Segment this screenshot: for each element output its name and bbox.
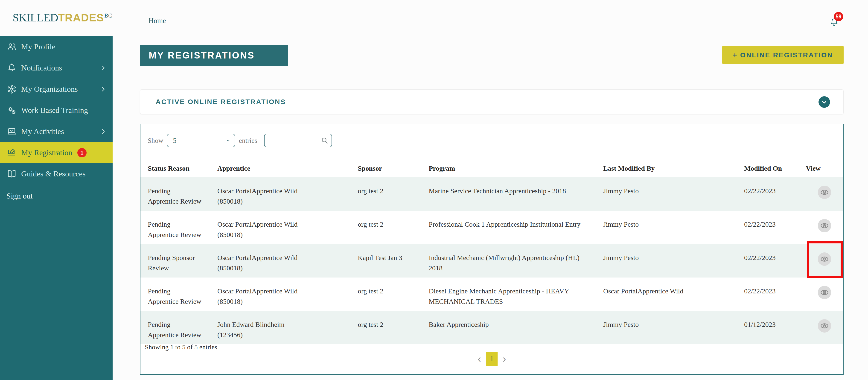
chevron-right-icon [100, 128, 106, 135]
table-row: Pending Apprentice ReviewJohn Edward Bli… [141, 311, 843, 344]
table-row: Pending Sponsor ReviewOscar PortalAppren… [141, 244, 843, 277]
table-controls: Show 5 entries [148, 134, 257, 147]
eye-icon [820, 321, 829, 331]
select-chevron-icon [225, 138, 231, 143]
sidebar-item-label: My Activities [21, 127, 64, 136]
table-row: Pending Apprentice ReviewOscar PortalApp… [141, 211, 843, 244]
column-header-sponsor[interactable]: Sponsor [358, 159, 429, 177]
entries-label: entries [239, 137, 257, 144]
eye-icon [820, 187, 829, 197]
pagination: ‹ 1 › [476, 352, 507, 366]
sidebar-item-label: My Registration [21, 148, 72, 157]
chevron-right-icon [100, 86, 106, 93]
sidebar-item-notifications[interactable]: Notifications [0, 57, 113, 79]
column-header-view[interactable]: View [806, 159, 843, 177]
program-cell: Marine Service Technician Apprenticeship… [429, 186, 594, 196]
program-cell: Diesel Engine Mechanic Apprenticeship - … [429, 286, 594, 306]
modified-on-cell: 02/22/2023 [744, 186, 802, 196]
column-header-last-modified-by[interactable]: Last Modified By [603, 159, 744, 177]
eye-icon [820, 288, 829, 297]
my-registrations-page: SKILLEDTRADESBC Home 59 My ProfileNotifi… [0, 0, 868, 380]
notification-count-badge: 59 [834, 12, 843, 21]
sidebar-item-label: My Organizations [21, 85, 78, 93]
sidebar-divider [0, 185, 113, 185]
previous-page-button[interactable]: ‹ [476, 352, 482, 366]
breadcrumb-home[interactable]: Home [149, 17, 166, 25]
column-header-apprentice[interactable]: Apprentice [217, 159, 358, 177]
page-1-button[interactable]: 1 [486, 352, 498, 366]
status-reason-cell: Pending Apprentice Review [148, 219, 202, 240]
profile-icon [6, 41, 17, 52]
view-button[interactable] [818, 219, 831, 232]
registration-icon [6, 147, 17, 158]
table-row: Pending Apprentice ReviewOscar PortalApp… [141, 177, 843, 211]
last-modified-by-cell: Jimmy Pesto [603, 253, 737, 263]
guides-icon [6, 169, 17, 179]
sidebar-item-label: Notifications [21, 64, 62, 72]
apprentice-cell: Oscar PortalApprentice Wild (850018) [217, 219, 307, 240]
sponsor-cell: org test 2 [358, 186, 425, 196]
sponsor-cell: org test 2 [358, 219, 425, 229]
logo-text-trades: TRADES [58, 11, 104, 24]
accordion-collapse-button[interactable] [818, 96, 830, 108]
view-button[interactable] [818, 253, 831, 266]
apprentice-cell: John Edward Blindheim (123456) [217, 319, 307, 340]
registration-count-badge: 1 [78, 148, 87, 157]
view-button[interactable] [818, 286, 831, 299]
sidebar-item-my-activities[interactable]: My Activities [0, 121, 113, 142]
table-body: Pending Apprentice ReviewOscar PortalApp… [141, 177, 843, 344]
apprentice-cell: Oscar PortalApprentice Wild (850018) [217, 286, 307, 306]
sidebar-item-guides-resources[interactable]: Guides & Resources [0, 163, 113, 184]
online-registration-button[interactable]: + ONLINE REGISTRATION [722, 46, 844, 64]
last-modified-by-cell: Jimmy Pesto [603, 219, 737, 229]
work-training-icon [6, 105, 17, 116]
search-input[interactable] [264, 134, 332, 147]
chevron-right-icon [100, 64, 106, 71]
eye-icon [820, 254, 829, 264]
apprentice-cell: Oscar PortalApprentice Wild (850018) [217, 186, 307, 206]
organizations-icon [6, 84, 17, 94]
bell-icon [6, 63, 17, 73]
column-header-program[interactable]: Program [429, 159, 603, 177]
logo-text-bc: BC [104, 12, 112, 19]
view-button[interactable] [818, 319, 831, 332]
sidebar-item-work-based-training[interactable]: Work Based Training [0, 100, 113, 121]
next-page-button[interactable]: › [501, 352, 507, 366]
sidebar-item-label: Guides & Resources [21, 170, 86, 178]
sidebar-item-my-organizations[interactable]: My Organizations [0, 79, 113, 100]
status-reason-cell: Pending Apprentice Review [148, 186, 202, 206]
show-label: Show [148, 137, 163, 144]
column-header-modified-on[interactable]: Modified On [744, 159, 806, 177]
entries-summary: Showing 1 to 5 of 5 entries [145, 343, 217, 351]
program-cell: Industrial Mechanic (Millwright) Apprent… [429, 253, 594, 273]
program-cell: Professional Cook 1 Apprenticeship Insti… [429, 219, 594, 229]
sidebar-item-label: My Profile [21, 42, 55, 51]
view-button[interactable] [818, 186, 831, 199]
sidebar-item-my-registration[interactable]: My Registration1 [0, 142, 113, 163]
activities-icon [6, 126, 17, 137]
skilledtradesbc-logo[interactable]: SKILLEDTRADESBC [13, 11, 112, 27]
last-modified-by-cell: Oscar PortalApprentice Wild [603, 286, 737, 296]
status-reason-cell: Pending Sponsor Review [148, 253, 202, 273]
modified-on-cell: 02/22/2023 [744, 286, 802, 296]
apprentice-cell: Oscar PortalApprentice Wild (850018) [217, 253, 307, 273]
sidebar-item-my-profile[interactable]: My Profile [0, 36, 113, 57]
last-modified-by-cell: Jimmy Pesto [603, 186, 737, 196]
sponsor-cell: org test 2 [358, 319, 425, 329]
sponsor-cell: Kapil Test Jan 3 [358, 253, 425, 263]
status-reason-cell: Pending Apprentice Review [148, 286, 202, 306]
active-registrations-accordion[interactable]: ACTIVE ONLINE REGISTRATIONS [140, 89, 844, 114]
page-size-value: 5 [173, 137, 176, 144]
table-search [264, 134, 332, 147]
notifications-bell-button[interactable]: 59 [828, 11, 850, 32]
page-size-select[interactable]: 5 [167, 134, 235, 147]
sidebar: My ProfileNotificationsMy OrganizationsW… [0, 36, 113, 380]
sidebar-item-sign-out[interactable]: Sign out [0, 185, 113, 207]
sidebar-menu: My ProfileNotificationsMy OrganizationsW… [0, 36, 113, 184]
registrations-table: Status ReasonApprenticeSponsorProgramLas… [141, 159, 843, 344]
sponsor-cell: org test 2 [358, 286, 425, 296]
column-header-status-reason[interactable]: Status Reason [141, 159, 217, 177]
modified-on-cell: 02/22/2023 [744, 219, 802, 229]
page-title: MY REGISTRATIONS [140, 45, 288, 66]
sidebar-item-label: Work Based Training [21, 106, 88, 115]
